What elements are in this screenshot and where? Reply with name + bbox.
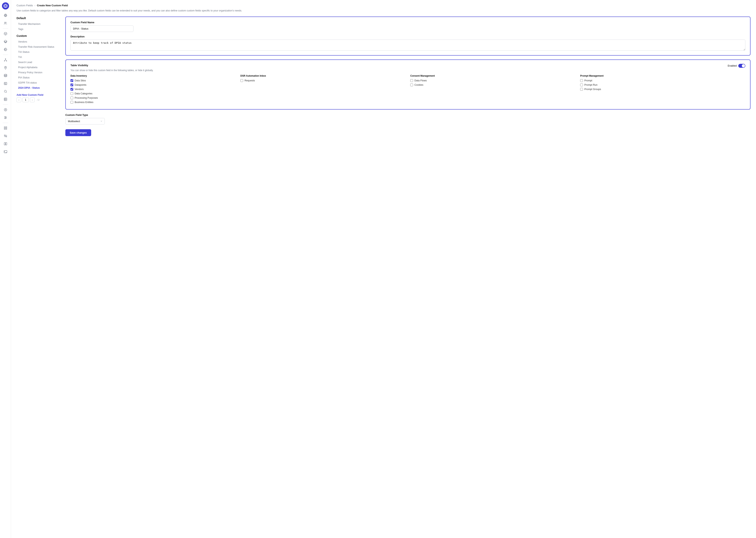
visibility-checkbox[interactable] (410, 79, 413, 82)
visibility-checkbox-item[interactable]: Vendors (71, 88, 236, 91)
visibility-checkbox[interactable] (71, 92, 73, 95)
enabled-label: Enabled (728, 64, 737, 67)
svg-rect-34 (4, 129, 5, 130)
visibility-checkbox[interactable] (71, 83, 73, 86)
visibility-checkbox[interactable] (580, 83, 583, 86)
visibility-checkbox-label: Prompt Groups (584, 88, 601, 91)
add-new-custom-field-button[interactable]: Add New Custom Field (17, 93, 43, 96)
visibility-checkbox-item[interactable]: Prompt (580, 79, 745, 82)
sidebar-custom-item[interactable]: PIA Status (17, 75, 60, 80)
visibility-checkbox-item[interactable]: Data Silos (71, 79, 236, 82)
visibility-checkbox[interactable] (240, 79, 243, 82)
field-name-input[interactable] (71, 26, 133, 32)
settings-circle-icon[interactable] (2, 106, 9, 113)
visibility-checkbox-label: Requests (245, 79, 255, 82)
visibility-checkbox[interactable] (71, 88, 73, 91)
save-changes-button[interactable]: Save changes (65, 129, 91, 136)
visibility-checkbox-item[interactable]: Prompt Run (580, 83, 745, 86)
sidebar-custom-item[interactable]: 2024 DPIA - Status (17, 85, 60, 90)
visibility-checkbox[interactable] (410, 83, 413, 86)
svg-point-14 (6, 61, 7, 61)
search-id-icon[interactable] (2, 88, 9, 95)
breadcrumb: Custom Fields › Create New Custom Field (17, 4, 750, 7)
left-bottom: Add New Custom Field ‹ › / 2 (17, 93, 60, 102)
visibility-checkbox-label: Data Flows (414, 79, 427, 82)
description-input[interactable]: Attribute to keep track of DPIA status (71, 40, 745, 51)
name-desc-card: Custom Field Name Description Attribute … (65, 17, 750, 56)
database-icon[interactable] (2, 72, 9, 79)
divider-3 (3, 104, 8, 105)
tv-description: You can show or hide this custom field i… (71, 69, 745, 72)
sidebar-custom-item[interactable]: Vendors (17, 39, 60, 44)
breadcrumb-link[interactable]: Custom Fields (17, 4, 33, 7)
tv-title: Table Visibility (71, 64, 88, 67)
sidebar-custom-item[interactable]: GDPR TIA status (17, 81, 60, 85)
table-split-icon[interactable] (2, 140, 9, 147)
sidebar-custom-item[interactable]: TIA Status (17, 50, 60, 54)
adjustments-icon[interactable] (2, 114, 9, 121)
next-page-button[interactable]: › (30, 97, 35, 102)
id-icon[interactable] (2, 80, 9, 87)
svg-point-18 (5, 83, 5, 83)
visibility-checkbox-item[interactable]: Cookies (410, 83, 576, 86)
visibility-checkbox-label: Data Silos (74, 79, 86, 82)
right-panel: Custom Field Name Description Attribute … (65, 17, 750, 136)
sidebar-custom-item[interactable]: TIA (17, 55, 60, 60)
terminal-icon[interactable] (2, 148, 9, 155)
cube-icon[interactable] (2, 30, 9, 37)
content-area: Custom Fields › Create New Custom Field … (11, 0, 756, 538)
svg-point-7 (5, 22, 6, 23)
custom-section-title: Custom (17, 34, 60, 37)
grid-custom-icon[interactable] (2, 125, 9, 132)
visibility-checkbox[interactable] (71, 96, 73, 99)
svg-rect-37 (6, 143, 7, 145)
list-db-icon[interactable] (2, 96, 9, 103)
field-type-select[interactable]: MultiselectTextDropdownDate (65, 118, 105, 125)
app-logo[interactable] (2, 2, 9, 10)
visibility-col-title: Consent Management (410, 75, 576, 77)
svg-point-13 (4, 61, 5, 61)
visibility-checkbox[interactable] (580, 88, 583, 91)
visibility-checkbox[interactable] (71, 79, 73, 82)
sidebar-default-item[interactable]: Transfer Mechanism (17, 22, 60, 27)
svg-point-1 (5, 5, 6, 7)
sidebar-custom-item[interactable]: Search Lead (17, 60, 60, 65)
default-section-title: Default (17, 17, 60, 20)
main-container: Custom Fields › Create New Custom Field … (11, 0, 756, 538)
visibility-checkbox-label: Datapoints (74, 83, 86, 86)
left-panel: Default Transfer MechanismTags Custom Ve… (17, 17, 60, 136)
pin-icon[interactable] (2, 64, 9, 71)
users-icon[interactable] (2, 20, 9, 27)
svg-point-24 (4, 108, 7, 111)
org-icon[interactable] (2, 56, 9, 63)
breadcrumb-separator: › (34, 4, 35, 7)
visibility-checkbox[interactable] (580, 79, 583, 82)
visibility-checkbox-item[interactable]: Prompt Groups (580, 88, 745, 91)
svg-point-29 (5, 116, 5, 117)
visibility-checkbox-label: Business Entities (74, 101, 93, 104)
prev-page-button[interactable]: ‹ (17, 97, 21, 102)
custom-nav-list: VendorsTransfer Risk Assessment StatusTI… (17, 39, 60, 90)
visibility-checkbox[interactable] (71, 101, 73, 104)
enabled-toggle[interactable] (738, 64, 745, 68)
sidebar-custom-item[interactable]: Transfer Risk Assessment Status (17, 44, 60, 49)
visibility-checkbox-item[interactable]: Business Entities (71, 101, 236, 104)
sidebar-custom-item[interactable]: Project Alphabeta (17, 65, 60, 70)
globe-icon[interactable] (2, 12, 9, 19)
visibility-checkbox-item[interactable]: Data Flows (410, 79, 576, 82)
visibility-checkbox-label: Prompt Run (584, 83, 597, 86)
visibility-checkbox-item[interactable]: Data Categories (71, 92, 236, 95)
sidebar-custom-item[interactable]: Privacy Policy Version (17, 70, 60, 75)
page-number-input[interactable] (23, 97, 29, 102)
visibility-checkbox-label: Processing Purposes (74, 96, 98, 99)
visibility-checkbox-item[interactable]: Requests (240, 79, 405, 82)
sidebar-default-item[interactable]: Tags (17, 27, 60, 31)
svg-point-19 (4, 90, 7, 92)
page-description: Use custom fields to categorize and filt… (17, 9, 750, 13)
visibility-checkbox-item[interactable]: Processing Purposes (71, 96, 236, 99)
svg-rect-36 (4, 143, 5, 145)
visibility-checkbox-item[interactable]: Datapoints (71, 83, 236, 86)
layers-icon[interactable] (2, 38, 9, 45)
eye-slash-icon[interactable] (2, 133, 9, 139)
world-icon[interactable] (2, 46, 9, 53)
